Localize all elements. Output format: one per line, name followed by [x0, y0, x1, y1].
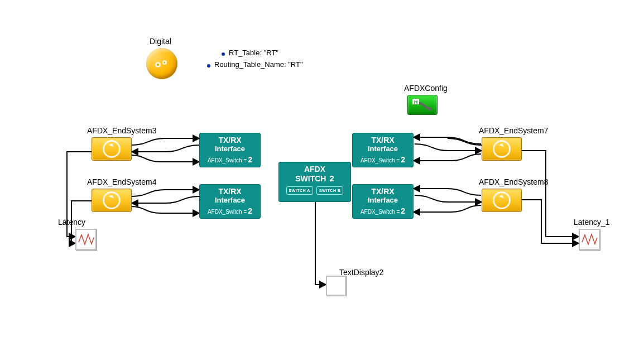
svg-point-3 [164, 62, 166, 64]
afdxconfig-block[interactable]: H [407, 95, 438, 115]
svg-text:H: H [414, 99, 418, 105]
textdisplay2-block[interactable] [326, 276, 346, 296]
txrx-interface-left-top[interactable]: TX/RX Interface AFDX_Switch =2 [199, 133, 261, 167]
afdx-endsystem8[interactable] [482, 189, 522, 212]
param-dot-icon [207, 64, 210, 68]
txrx-switch-value: 2 [248, 206, 252, 215]
txrx-line1: TX/RX [200, 187, 260, 196]
afdx-endsystem3[interactable] [92, 137, 132, 161]
afdx-endsystem4[interactable] [92, 189, 132, 212]
latency-scope[interactable] [75, 229, 97, 250]
sub-switch-b[interactable]: SWITCH B [316, 186, 344, 195]
cycle-icon [493, 191, 511, 209]
digital-label: Digital [150, 37, 171, 46]
param-routing-table-name: Routing_Table_Name: "RT" [214, 60, 303, 69]
cycle-icon [103, 140, 121, 158]
afdxconfig-label: AFDXConfig [404, 84, 448, 93]
latency1-scope[interactable] [579, 229, 600, 250]
latency1-label: Latency_1 [574, 218, 610, 227]
cycle-icon [103, 191, 121, 209]
afdx-switch[interactable]: AFDX SWITCH2 SWITCH A SWITCH B [278, 162, 351, 202]
endsystem4-label: AFDX_EndSystem4 [87, 177, 157, 186]
txrx-line1: TX/RX [353, 187, 413, 196]
txrx-switch-value: 2 [401, 155, 405, 164]
txrx-switch-value: 2 [248, 155, 252, 164]
afdxconfig-icon: H [411, 98, 434, 112]
txrx-interface-left-bottom[interactable]: TX/RX Interface AFDX_Switch =2 [199, 184, 261, 219]
txrx-line2: Interface [353, 196, 413, 204]
param-rt-table: RT_Table: "RT" [229, 49, 278, 57]
param-dot-icon [222, 52, 225, 56]
afdx-endsystem7[interactable] [482, 137, 522, 161]
switch-title-l2: SWITCH [295, 174, 326, 183]
txrx-line2: Interface [200, 145, 260, 153]
txrx-line1: TX/RX [353, 136, 413, 145]
digital-node[interactable] [146, 48, 177, 79]
endsystem7-label: AFDX_EndSystem7 [479, 126, 549, 135]
txrx-switch-prefix: AFDX_Switch = [208, 209, 247, 215]
switch-title-l1: AFDX [304, 165, 325, 174]
endsystem8-label: AFDX_EndSystem8 [479, 177, 549, 186]
oscilloscope-icon [581, 231, 598, 248]
txrx-switch-prefix: AFDX_Switch = [361, 157, 400, 163]
txrx-switch-value: 2 [401, 206, 405, 215]
gears-icon [153, 58, 171, 70]
switch-index: 2 [329, 174, 334, 183]
txrx-line1: TX/RX [200, 136, 260, 145]
txrx-switch-prefix: AFDX_Switch = [208, 157, 247, 163]
endsystem3-label: AFDX_EndSystem3 [87, 126, 157, 135]
cycle-icon [493, 140, 511, 158]
svg-point-1 [157, 64, 159, 66]
latency-label: Latency [58, 218, 85, 227]
oscilloscope-icon [78, 231, 94, 248]
txrx-interface-right-top[interactable]: TX/RX Interface AFDX_Switch =2 [352, 133, 414, 167]
txrx-line2: Interface [353, 145, 413, 153]
txrx-interface-right-bottom[interactable]: TX/RX Interface AFDX_Switch =2 [352, 184, 414, 219]
txrx-line2: Interface [200, 196, 260, 204]
sub-switch-a[interactable]: SWITCH A [286, 186, 313, 195]
txrx-switch-prefix: AFDX_Switch = [361, 209, 400, 215]
diagram-canvas[interactable]: Digital RT_Table: "RT" Routing_Table_Nam… [0, 0, 644, 356]
